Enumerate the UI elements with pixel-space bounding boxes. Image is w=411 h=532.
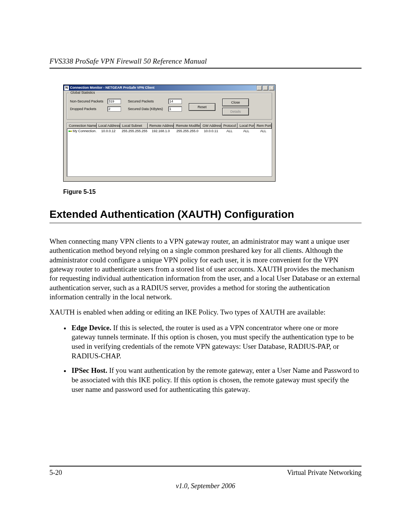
bullet2-text: If you want authentication by the remote… xyxy=(72,366,359,393)
bullet1-term: Edge Device. xyxy=(72,324,111,332)
field-dropped: 2 xyxy=(107,106,121,112)
col-remote-modifier[interactable]: Remote Modifier xyxy=(174,123,201,129)
page-footer: 5-20 Virtual Private Networking v1.0, Se… xyxy=(49,466,362,490)
paragraph-1: When connecting many VPN clients to a VP… xyxy=(49,237,362,302)
cell-remote-port: ALL xyxy=(255,129,272,134)
section-heading: Extended Authentication (XAUTH) Configur… xyxy=(49,208,362,220)
table-row[interactable]: My Connection… 10.0.0.12 255.255.255.255… xyxy=(67,129,272,134)
connection-monitor-window: N Connection Monitor - NETGEAR ProSafe V… xyxy=(63,85,276,182)
cell-local-port: ALL xyxy=(238,129,255,134)
window-titlebar[interactable]: N Connection Monitor - NETGEAR ProSafe V… xyxy=(64,85,275,91)
group-legend: Global Statistics xyxy=(69,91,96,94)
doc-version: v1.0, September 2006 xyxy=(49,482,362,490)
label-non-secured: Non-Secured Packets xyxy=(70,100,105,103)
col-remote-port[interactable]: Rem Port xyxy=(255,123,272,129)
bullet-list: Edge Device. If this is selected, the ro… xyxy=(49,323,362,395)
minimize-button[interactable]: _ xyxy=(256,85,262,91)
svg-rect-2 xyxy=(70,131,71,131)
col-local-address[interactable]: Local Address xyxy=(97,123,120,129)
footer-rule xyxy=(49,466,362,466)
col-local-port[interactable]: Local Port xyxy=(237,123,255,129)
table-header: Connection Name Local Address Local Subn… xyxy=(67,123,272,129)
field-secured: 14 xyxy=(168,99,182,104)
field-non-secured: 319 xyxy=(107,99,121,104)
bullet2-term: IPSec Host. xyxy=(72,366,107,374)
figure-caption: Figure 5-15 xyxy=(63,189,362,195)
close-button[interactable]: Close xyxy=(222,99,249,106)
bullet-edge-device: Edge Device. If this is selected, the ro… xyxy=(70,323,362,361)
label-dropped: Dropped Packets xyxy=(70,107,105,111)
cell-remote-modifier: 255.255.255.0 xyxy=(174,129,201,134)
cell-gw-address: 10.0.0.11 xyxy=(201,129,221,134)
col-local-subnet[interactable]: Local Subnet xyxy=(120,123,148,129)
bullet1-text: If this is selected, the router is used … xyxy=(72,324,354,360)
connection-icon xyxy=(68,130,72,133)
heading-rule xyxy=(49,223,362,223)
connections-table[interactable]: Connection Name Local Address Local Subn… xyxy=(67,123,272,177)
col-remote-address[interactable]: Remote Address xyxy=(148,123,174,129)
paragraph-2: XAUTH is enabled when adding or editing … xyxy=(49,308,362,317)
cell-connection-name: My Connection… xyxy=(73,129,97,133)
field-secured-data: 1 xyxy=(168,106,182,112)
label-secured-data: Secured Data (KBytes) xyxy=(128,107,166,111)
cell-local-subnet: 255.255.255.255 xyxy=(120,129,148,134)
col-gw-address[interactable]: GW Address xyxy=(201,123,221,129)
global-statistics-group: Global Statistics Non-Secured Packets 31… xyxy=(67,93,272,120)
header-rule xyxy=(49,68,362,69)
details-button: Details xyxy=(222,108,249,115)
cell-remote-address: 192.168.1.0 xyxy=(148,129,174,134)
app-icon: N xyxy=(64,86,69,90)
cell-protocol: ALL xyxy=(221,129,238,134)
page-number: 5-20 xyxy=(49,469,62,477)
label-secured: Secured Packets xyxy=(128,100,166,103)
running-header: FVS338 ProSafe VPN Firewall 50 Reference… xyxy=(49,57,362,66)
col-connection-name[interactable]: Connection Name xyxy=(67,123,97,129)
close-window-button[interactable]: × xyxy=(269,85,274,91)
bullet-ipsec-host: IPSec Host. If you want authentication b… xyxy=(70,366,362,394)
col-protocol[interactable]: Protocol xyxy=(221,123,238,129)
maximize-button[interactable]: □ xyxy=(263,85,268,91)
cell-local-address: 10.0.0.12 xyxy=(97,129,120,134)
window-title: Connection Monitor - NETGEAR ProSafe VPN… xyxy=(70,86,256,89)
section-name: Virtual Private Networking xyxy=(287,469,362,477)
reset-button[interactable]: Reset xyxy=(189,103,215,111)
